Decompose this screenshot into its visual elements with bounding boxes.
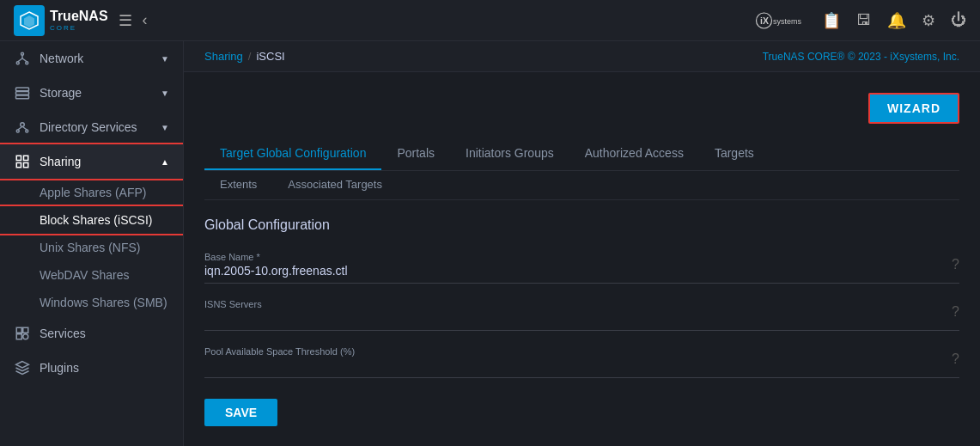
sidebar-sub-webdav-shares[interactable]: WebDAV Shares	[0, 261, 183, 289]
logo-name: TrueNAS	[50, 9, 108, 24]
sidebar-network-label: Network	[40, 52, 152, 65]
gear-icon[interactable]: ⚙	[922, 11, 935, 30]
breadcrumb-current: iSCSI	[256, 50, 284, 63]
base-name-field-wrap: Base Name *	[204, 252, 945, 278]
storage-icon	[14, 84, 31, 101]
svg-point-6	[16, 62, 19, 64]
base-name-row: Base Name * ?	[204, 247, 959, 284]
section-title: Global Configuration	[204, 217, 959, 233]
topbar: TrueNAS CORE ☰ ‹ iX systems 📋 🖫 🔔 ⚙ ⏻	[0, 0, 980, 41]
isns-help-icon[interactable]: ?	[945, 304, 959, 320]
ixsystems-logo-icon: iX systems	[755, 9, 807, 33]
pool-threshold-row: Pool Available Space Threshold (%) ?	[204, 341, 959, 378]
sharing-chevron: ▲	[161, 157, 169, 167]
ix-logo: iX systems	[755, 9, 807, 33]
sidebar-sub-apple-shares[interactable]: Apple Shares (AFP)	[0, 179, 183, 206]
sidebar-item-directory-services[interactable]: Directory Services ▼	[0, 110, 183, 144]
pool-threshold-label: Pool Available Space Threshold (%)	[204, 346, 945, 357]
breadcrumb: Sharing / iSCSI TrueNAS CORE® © 2023 - i…	[184, 41, 980, 72]
tab-portals[interactable]: Portals	[381, 137, 450, 170]
svg-text:systems: systems	[773, 16, 802, 25]
pool-threshold-input[interactable]	[204, 358, 945, 372]
wizard-btn-area: WIZARD	[204, 93, 959, 124]
svg-rect-20	[24, 156, 28, 160]
unix-shares-label: Unix Shares (NFS)	[40, 241, 140, 254]
svg-point-14	[21, 123, 25, 127]
svg-rect-11	[16, 88, 29, 91]
svg-point-15	[16, 130, 19, 132]
sidebar-item-services[interactable]: Services	[0, 316, 183, 351]
tab-targets[interactable]: Targets	[699, 137, 770, 170]
base-name-input[interactable]	[204, 264, 945, 278]
tab-associated-targets[interactable]: Associated Targets	[272, 171, 398, 199]
sidebar-sub-block-shares[interactable]: Block Shares (iSCSI)	[0, 206, 183, 234]
hamburger-icon[interactable]: ☰	[119, 11, 132, 30]
logo-area: TrueNAS CORE	[14, 5, 108, 36]
topbar-left: TrueNAS CORE ☰ ‹	[14, 5, 148, 36]
services-icon	[14, 325, 31, 342]
tab-authorized-access[interactable]: Authorized Access	[569, 137, 699, 170]
back-icon[interactable]: ‹	[143, 11, 148, 29]
svg-rect-25	[16, 334, 21, 339]
sidebar-directory-label: Directory Services	[40, 120, 152, 134]
logo-sub: CORE	[50, 24, 108, 32]
svg-rect-13	[16, 95, 29, 99]
clipboard-icon[interactable]: 📋	[822, 11, 841, 30]
network-icon	[14, 50, 31, 67]
sidebar-item-plugins[interactable]: Plugins	[0, 351, 183, 385]
sidebar-item-sharing[interactable]: Sharing ▲	[0, 144, 183, 179]
power-icon[interactable]: ⏻	[951, 11, 966, 29]
tabs-row1: Target Global Configuration Portals Init…	[204, 137, 959, 171]
svg-line-10	[22, 58, 27, 62]
svg-point-26	[23, 334, 28, 339]
svg-rect-21	[16, 163, 21, 168]
storage-chevron: ▼	[161, 89, 169, 98]
bell-icon[interactable]: 🔔	[887, 11, 906, 30]
breadcrumb-copyright: TrueNAS CORE® © 2023 - iXsystems, Inc.	[763, 51, 959, 63]
sidebar-plugins-label: Plugins	[40, 361, 169, 375]
svg-marker-1	[24, 15, 34, 27]
svg-line-17	[18, 126, 22, 130]
base-name-help-icon[interactable]: ?	[945, 257, 959, 272]
svg-rect-23	[16, 327, 21, 333]
logo-box	[14, 5, 45, 36]
breadcrumb-copyright-link[interactable]: iXsystems, Inc.	[890, 51, 959, 63]
breadcrumb-sharing[interactable]: Sharing	[204, 50, 243, 63]
sidebar-services-label: Services	[40, 327, 169, 340]
sidebar-sharing-label: Sharing	[40, 155, 152, 168]
tabs-row2: Extents Associated Targets	[204, 171, 959, 200]
tab-initiators-groups[interactable]: Initiators Groups	[450, 137, 569, 170]
svg-point-7	[26, 62, 28, 64]
layout: Network ▼ Storage ▼ Directory Services ▼…	[0, 41, 980, 446]
sidebar-item-storage[interactable]: Storage ▼	[0, 76, 183, 110]
sidebar: Network ▼ Storage ▼ Directory Services ▼…	[0, 41, 184, 446]
svg-rect-24	[23, 327, 28, 333]
hdd-icon[interactable]: 🖫	[856, 11, 872, 29]
pool-threshold-group: Pool Available Space Threshold (%) ?	[204, 341, 959, 378]
tab-extents[interactable]: Extents	[204, 171, 272, 199]
sidebar-storage-label: Storage	[40, 86, 152, 100]
sidebar-item-network[interactable]: Network ▼	[0, 41, 183, 76]
sidebar-sub-unix-shares[interactable]: Unix Shares (NFS)	[0, 234, 183, 261]
isns-servers-input[interactable]	[204, 311, 945, 325]
pool-threshold-help-icon[interactable]: ?	[945, 351, 959, 367]
tab-target-global-config[interactable]: Target Global Configuration	[204, 137, 381, 170]
main-content: Sharing / iSCSI TrueNAS CORE® © 2023 - i…	[184, 41, 980, 446]
svg-point-5	[21, 52, 24, 55]
isns-field-wrap: ISNS Servers	[204, 299, 945, 325]
topbar-icons: iX systems 📋 🖫 🔔 ⚙ ⏻	[755, 9, 966, 33]
svg-rect-19	[16, 156, 21, 160]
isns-servers-group: ISNS Servers ?	[204, 294, 959, 331]
webdav-shares-label: WebDAV Shares	[40, 268, 130, 282]
svg-line-9	[18, 58, 22, 62]
base-name-group: Base Name * ?	[204, 247, 959, 284]
windows-shares-label: Windows Shares (SMB)	[40, 296, 167, 309]
isns-servers-label: ISNS Servers	[204, 299, 945, 309]
directory-icon	[14, 119, 31, 136]
wizard-button[interactable]: WIZARD	[868, 93, 959, 124]
block-shares-label: Block Shares (iSCSI)	[40, 213, 152, 227]
sidebar-sub-windows-shares[interactable]: Windows Shares (SMB)	[0, 289, 183, 316]
svg-text:iX: iX	[760, 15, 769, 25]
save-button[interactable]: SAVE	[204, 399, 277, 426]
svg-point-16	[26, 130, 28, 132]
